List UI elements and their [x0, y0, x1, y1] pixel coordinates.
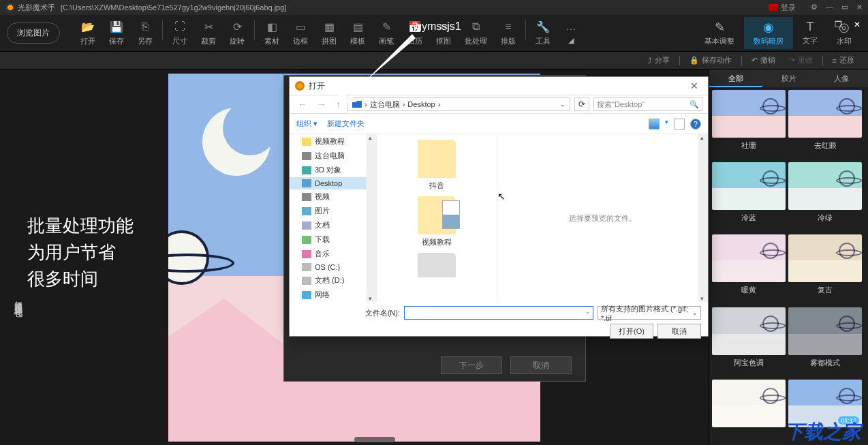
right-tool-文字[interactable]: T文字 [793, 17, 827, 49]
thumb-冷绿[interactable]: 冷绿 [788, 162, 862, 232]
view-mode-button[interactable] [649, 119, 660, 129]
tree-icon [302, 166, 311, 174]
files-scrollbar[interactable] [698, 134, 708, 302]
thumb-雾都模式[interactable]: 雾都模式 [788, 307, 862, 377]
tool-工具[interactable]: 🔧工具 [536, 20, 551, 46]
right-tool-基本调整[interactable]: ✎基本调整 [695, 17, 744, 49]
tree-icon [302, 277, 311, 285]
dialog-close-button[interactable]: ✕ [686, 80, 702, 91]
tool-旋转[interactable]: ⟳旋转 [230, 20, 245, 46]
minimize-icon[interactable]: — [826, 3, 833, 13]
save-action-button[interactable]: 🔒 保存动作 [689, 55, 732, 65]
thumb-社珊[interactable]: 社珊 [712, 90, 786, 159]
up-arrow-icon[interactable]: ↑ [333, 99, 343, 110]
filter-select[interactable]: 所有支持的图片格式 (*.gif; *.tif⌄ [598, 306, 701, 320]
tree-item-音乐[interactable]: 音乐 [290, 247, 376, 261]
filename-input[interactable] [404, 306, 593, 320]
restore-button[interactable]: ≡ 还原 [833, 55, 854, 65]
path-bar[interactable]: › 这台电脑 › Desktop › ⌄ [347, 97, 570, 111]
tree-item-视频教程[interactable]: 视频教程 [290, 134, 376, 149]
tool-label: 尺寸 [172, 36, 187, 46]
close-icon[interactable]: ✕ [856, 3, 863, 13]
dialog-icon [295, 81, 305, 91]
tool-画笔[interactable]: ✎画笔 [379, 20, 394, 46]
tool-icon: ◧ [265, 20, 279, 33]
cancel-button[interactable]: 取消 [657, 324, 701, 339]
tree-item-OS (C:)[interactable]: OS (C:) [290, 261, 376, 273]
undo-button[interactable]: ↶ 撤销 [751, 55, 775, 65]
tree-item-3D 对象[interactable]: 3D 对象 [290, 163, 376, 177]
side-promo-text[interactable]: 领腾讯视频礼包 [12, 294, 24, 304]
tab-人像[interactable]: 人像 [815, 70, 868, 87]
file-list: 抖音视频教程 [377, 134, 497, 302]
tool-裁剪[interactable]: ✂裁剪 [201, 20, 216, 46]
tree-item-文档[interactable]: 文档 [290, 218, 376, 232]
tool-more[interactable]: …◢ [564, 20, 578, 46]
dialog-footer: 文件名(N): ⌄ 所有支持的图片格式 (*.gif; *.tif⌄ 打开(O)… [290, 302, 708, 337]
tool-边框[interactable]: ▭边框 [293, 20, 308, 46]
dialog-toolbar: 组织 ▾ 新建文件夹 ▾ ? [290, 114, 708, 134]
tool-批处理[interactable]: ⧉批处理 [465, 20, 487, 46]
share-button[interactable]: ⤴ 分享 [648, 55, 670, 65]
maximize-icon[interactable]: ▭ [841, 3, 848, 13]
tree-item-图片[interactable]: 图片 [290, 204, 376, 218]
tree-item-网络[interactable]: 网络 [290, 288, 376, 302]
login-icon [769, 4, 778, 11]
tool-label: 排版 [501, 36, 516, 46]
next-step-button[interactable]: 下一步 [441, 356, 502, 374]
app-icon [5, 3, 15, 12]
file-label: 抖音 [429, 181, 444, 191]
tool-label: 素材 [264, 36, 279, 46]
new-folder-button[interactable]: 新建文件夹 [327, 119, 365, 129]
tool-排版[interactable]: ≡排版 [501, 20, 516, 46]
right-tool-数码暗房[interactable]: ◉数码暗房 [744, 17, 793, 49]
thumb-阿宝色调[interactable]: 阿宝色调 [712, 307, 786, 377]
browse-button[interactable]: 浏览图片 [7, 22, 60, 44]
thumb-复古[interactable]: 复古 [788, 234, 862, 304]
tree-icon [302, 193, 311, 201]
tool-拼图[interactable]: ▦拼图 [322, 20, 337, 46]
overlay-restore-icon[interactable]: ❐ [830, 18, 846, 31]
tool-另存[interactable]: ⎘另存 [138, 20, 153, 46]
overlay-close-icon[interactable]: ✕ [849, 18, 865, 31]
under-cancel-button[interactable]: 取消 [510, 356, 572, 374]
thumb-image [712, 162, 786, 210]
tool-模板[interactable]: ▤模板 [350, 20, 365, 46]
search-input[interactable]: 搜索"Desktop" 🔍 [593, 97, 702, 111]
settings-icon[interactable]: ⚙ [811, 3, 818, 13]
refresh-button[interactable]: ⟳ [574, 97, 589, 111]
tree-item-文档 (D:)[interactable]: 文档 (D:) [290, 273, 376, 288]
tool-icon: ⟳ [230, 20, 244, 33]
tab-胶片[interactable]: 胶片 [762, 70, 816, 87]
horizontal-scrollbar[interactable] [354, 437, 395, 442]
tree-item-这台电脑[interactable]: 这台电脑 [290, 149, 376, 163]
tool-素材[interactable]: ◧素材 [264, 20, 279, 46]
tree-item-Desktop[interactable]: Desktop [290, 177, 376, 189]
tool-尺寸[interactable]: ⛶尺寸 [172, 20, 187, 46]
organize-button[interactable]: 组织 ▾ [296, 119, 317, 129]
back-arrow-icon[interactable]: ← [295, 99, 310, 110]
open-button[interactable]: 打开(O) [610, 324, 653, 339]
login-button[interactable]: 登录 [769, 3, 796, 13]
tool-保存[interactable]: 💾保存 [109, 20, 124, 46]
tree-item-视频[interactable]: 视频 [290, 189, 376, 204]
right-tool-label: 文字 [803, 35, 818, 46]
preview-pane-button[interactable] [674, 119, 685, 129]
dialog-body: 视频教程这台电脑3D 对象Desktop视频图片文档下载音乐OS (C:)文档 … [290, 134, 708, 302]
thumb-去红眼[interactable]: 去红眼 [788, 90, 862, 159]
thumb-暖黄[interactable]: 暖黄 [712, 234, 786, 304]
help-icon[interactable]: ? [690, 119, 701, 129]
tool-打开[interactable]: 📂打开 [80, 20, 95, 46]
filename-dropdown-icon[interactable]: ⌄ [585, 308, 591, 315]
thumb-冷蓝[interactable]: 冷蓝 [712, 162, 786, 232]
right-tool-icon: ◉ [763, 20, 774, 35]
cursor-icon: ↖ [497, 191, 506, 202]
tree-label: 视频 [315, 191, 330, 202]
file-item-视频教程[interactable]: 视频教程 [382, 196, 491, 247]
file-item-抖音[interactable]: 抖音 [382, 140, 491, 191]
thumb-item[interactable] [712, 380, 786, 439]
tree-label: 音乐 [315, 249, 330, 259]
tree-item-下载[interactable]: 下载 [290, 232, 376, 247]
tree-scrollbar[interactable] [367, 134, 376, 302]
tab-全部[interactable]: 全部 [709, 70, 762, 87]
